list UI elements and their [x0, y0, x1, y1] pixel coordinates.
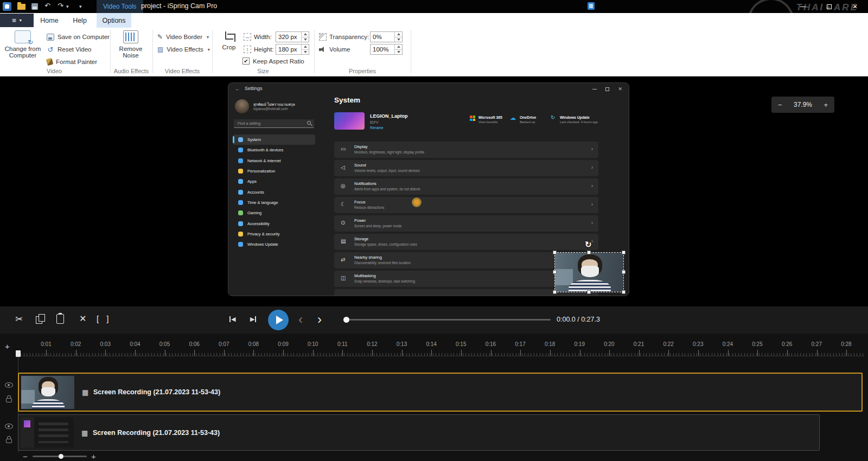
- resize-handle-mid-left[interactable]: [553, 270, 557, 274]
- privacy-icon: [238, 232, 243, 236]
- resize-handle-bottom-center[interactable]: [587, 290, 591, 294]
- transparency-spinner: [370, 31, 403, 42]
- save-icon[interactable]: [31, 3, 38, 10]
- device-name: LEGION_Laptop: [370, 113, 408, 119]
- previous-frame-button[interactable]: ‹: [298, 311, 303, 328]
- change-from-computer-button[interactable]: Change from Computer: [3, 30, 42, 59]
- video-canvas[interactable]: ← Settings ✕ สุรพัฒน์ ไม่ทราบนามสกุล tup…: [0, 76, 868, 306]
- save-on-computer-button[interactable]: Save on Computer: [47, 31, 110, 42]
- delete-icon[interactable]: ✕: [79, 315, 86, 323]
- add-track-button[interactable]: +: [5, 342, 10, 350]
- nav-item-windows-update: Windows Update: [233, 239, 315, 249]
- open-folder-icon[interactable]: [17, 4, 25, 10]
- height-input[interactable]: [276, 44, 301, 54]
- clip-label: Screen Recording (21.07.2023 11-53-43): [93, 388, 220, 396]
- resize-handle-bottom-right[interactable]: [622, 290, 626, 294]
- width-spin-arrows: [301, 32, 309, 42]
- timeline-ruler[interactable]: 0:010:020:030:040:050:060:070:080:090:10…: [0, 341, 861, 347]
- reset-video-button[interactable]: ↺ Reset Video: [47, 44, 91, 55]
- keep-aspect-ratio-checkbox[interactable]: ✔ Keep Aspect Ratio: [242, 57, 304, 65]
- spin-up-button[interactable]: [395, 44, 402, 49]
- volume-input[interactable]: [371, 44, 394, 54]
- video-border-icon: ✎: [157, 33, 163, 41]
- tab-help[interactable]: Help: [66, 13, 93, 28]
- resize-handle-mid-right[interactable]: [622, 270, 626, 274]
- settings-row-sound: ◁ Sound Volume levels, output, input, so…: [334, 160, 598, 176]
- tab-options[interactable]: Options: [97, 13, 131, 28]
- resize-handle-top-left[interactable]: [553, 251, 557, 254]
- spin-up-button[interactable]: [302, 44, 309, 49]
- timeline-zoom-thumb[interactable]: [59, 454, 63, 459]
- user-avatar: [235, 99, 249, 113]
- next-frame-button[interactable]: ›: [317, 311, 322, 328]
- group-label-video-effects: Video Effects: [152, 68, 212, 74]
- maximize-button[interactable]: [816, 0, 842, 13]
- contextual-tab-video-tools[interactable]: Video Tools: [97, 0, 143, 13]
- device-model: 81FV: [370, 120, 379, 124]
- arrow-up-icon: [397, 33, 400, 35]
- skip-to-end-button[interactable]: ▶: [250, 316, 256, 322]
- skip-to-start-button[interactable]: ◀: [229, 316, 235, 322]
- video-effects-button[interactable]: ▧ Video Effects ▾: [157, 44, 210, 55]
- timeline-clip-webcam[interactable]: ▦ Screen Recording (21.07.2023 11-53-43): [18, 373, 863, 412]
- tab-home[interactable]: Home: [36, 13, 63, 28]
- remove-noise-button[interactable]: Remove Noise: [115, 30, 146, 59]
- resize-handle-top-right[interactable]: [622, 251, 626, 254]
- video-border-button[interactable]: ✎ Video Border ▾: [157, 31, 209, 42]
- timeline-tick-marks[interactable]: [18, 350, 864, 356]
- arrow-down-icon: [304, 39, 307, 41]
- group-divider: [314, 30, 315, 73]
- track1-visibility-icon[interactable]: [5, 382, 13, 388]
- settings-row-focus: ☾ Focus Reduce distractions ›: [334, 197, 598, 213]
- playback-time: 0:00.0 / 0:27.3: [557, 316, 600, 323]
- playback-progress-slider[interactable]: [344, 319, 551, 321]
- copy-icon[interactable]: [36, 314, 46, 324]
- close-button[interactable]: ✕: [842, 0, 868, 13]
- zoom-in-button[interactable]: +: [824, 101, 828, 109]
- timeline-zoom-in-button[interactable]: +: [91, 452, 96, 460]
- track2-visibility-icon[interactable]: [5, 424, 13, 429]
- redo-icon[interactable]: ↷: [58, 2, 63, 10]
- timeline-clip-screen[interactable]: ▦ Screen Recording (21.07.2023 11-53-43): [18, 414, 820, 451]
- minimize-button[interactable]: [790, 0, 816, 13]
- cut-icon[interactable]: ✂: [15, 315, 23, 324]
- transparency-input[interactable]: [371, 32, 394, 42]
- playback-progress-thumb[interactable]: [343, 317, 349, 323]
- paste-icon[interactable]: [56, 314, 64, 324]
- main-menu-button[interactable]: ≡ ▾: [0, 14, 34, 27]
- notifications-icon: ◎: [341, 183, 346, 189]
- resize-handle-top-center[interactable]: [587, 251, 591, 254]
- spin-up-button[interactable]: [395, 32, 402, 37]
- spin-down-button[interactable]: [302, 37, 309, 42]
- redo-dropdown-icon[interactable]: ▾: [66, 4, 69, 9]
- transparency-field-label: Transparency:: [319, 31, 369, 42]
- search-placeholder: Find a setting: [238, 121, 260, 125]
- zoom-out-button[interactable]: −: [778, 101, 782, 109]
- spin-down-button[interactable]: [395, 49, 402, 55]
- change-video-icon: [15, 30, 31, 43]
- window-controls: ✕: [790, 0, 868, 13]
- width-input[interactable]: [276, 32, 301, 42]
- crop-button[interactable]: Crop: [216, 31, 241, 50]
- quick-access-dropdown-icon[interactable]: ▾: [79, 4, 82, 9]
- resize-handle-bottom-left[interactable]: [553, 290, 557, 294]
- track1-lock-icon[interactable]: [6, 398, 12, 402]
- arrow-up-icon: [397, 46, 400, 48]
- timeline-zoom-out-button[interactable]: −: [23, 452, 28, 460]
- selection-brackets-icon[interactable]: [ ]: [97, 315, 112, 323]
- settings-row-storage: ▤ Storage Storage space, drives, configu…: [334, 234, 598, 250]
- undo-icon[interactable]: ↶: [44, 2, 50, 10]
- group-label-audio-effects: Audio Effects: [110, 68, 152, 74]
- playhead-marker[interactable]: [16, 350, 21, 357]
- track2-lock-icon[interactable]: [6, 439, 12, 443]
- spin-down-button[interactable]: [302, 49, 309, 55]
- format-painter-button[interactable]: Format Painter: [47, 56, 97, 67]
- webcam-overlay-object[interactable]: ↻: [554, 252, 624, 292]
- power-icon: ⊙: [341, 220, 345, 226]
- rotate-handle-icon[interactable]: ↻: [585, 240, 592, 249]
- spin-up-button[interactable]: [302, 32, 309, 37]
- play-button[interactable]: [268, 310, 289, 330]
- height-field-label: ↕ Height:: [244, 44, 273, 55]
- timeline-zoom-slider[interactable]: [33, 456, 87, 457]
- spin-down-button[interactable]: [395, 37, 402, 42]
